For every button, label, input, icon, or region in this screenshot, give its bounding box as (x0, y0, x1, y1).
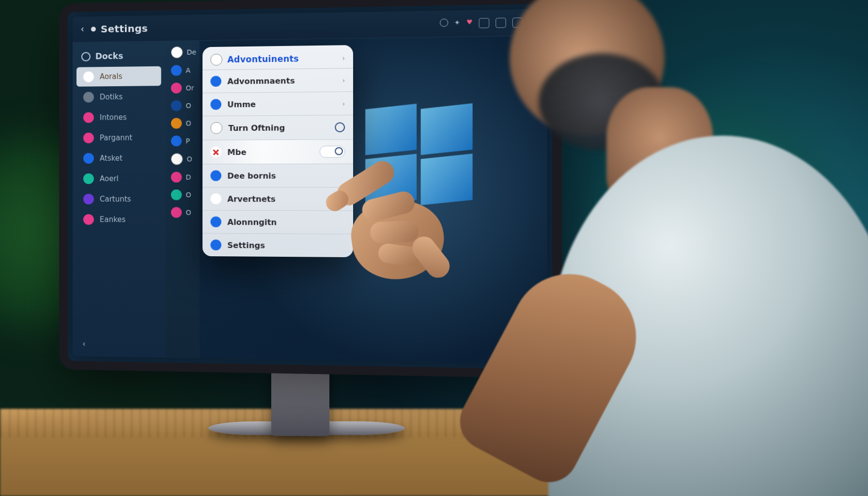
category-item-0[interactable]: De (165, 46, 202, 58)
row-icon (210, 193, 221, 204)
row-icon (210, 147, 221, 157)
category-icon (171, 65, 182, 76)
sidebar-item-label: Atsket (100, 154, 123, 163)
sidebar-item-5[interactable]: Aoerl (77, 169, 161, 188)
sidebar-item-6[interactable]: Cartunts (77, 189, 161, 209)
window-button-1[interactable] (479, 18, 490, 28)
pointing-hand (301, 140, 464, 295)
category-label: O (186, 191, 191, 199)
chevron-right-icon: › (342, 76, 345, 83)
sidebar-item-7[interactable]: Eankes (77, 210, 161, 230)
sidebar-item-2[interactable]: Intones (77, 108, 161, 127)
sidebar-item-icon (83, 153, 94, 164)
desk-surface (0, 409, 868, 496)
sidebar-item-0[interactable]: Aorals (77, 66, 161, 87)
window-title: Settings (101, 22, 148, 35)
category-item-8[interactable]: O (165, 189, 197, 200)
header-circle-icon (210, 54, 222, 66)
sidebar-item-icon (83, 194, 94, 204)
row-icon (210, 170, 221, 181)
row-label: Umme (227, 99, 256, 109)
category-icon (171, 207, 182, 217)
popover-row-0[interactable]: Advonmnaents› (202, 68, 353, 93)
row-label: Turn Oftning (228, 123, 285, 133)
row-label: Alonnngitn (227, 217, 277, 227)
category-label: Or (186, 84, 194, 92)
popover-row-2[interactable]: Turn Oftning (202, 115, 353, 140)
sidebar-header[interactable]: Docks (73, 46, 165, 66)
heart-icon[interactable]: ♥ (466, 18, 473, 29)
category-icon (171, 136, 182, 146)
popover-header[interactable]: Advontuinents › (202, 45, 353, 70)
category-icon (171, 189, 182, 200)
chevron-right-icon: › (342, 54, 345, 62)
sidebar-item-label: Cartunts (100, 195, 131, 203)
sidebar-item-label: Pargannt (100, 133, 132, 142)
window-button-3[interactable] (512, 17, 523, 28)
category-label: De (187, 48, 197, 56)
category-item-6[interactable]: O (165, 153, 198, 165)
sidebar-item-label: Dotiks (100, 93, 123, 101)
ambient-plant-right (597, 97, 839, 339)
sidebar-item-label: Aoerl (100, 174, 119, 183)
sidebar-item-3[interactable]: Pargannt (77, 128, 161, 148)
row-icon (210, 240, 221, 250)
category-icon (171, 172, 182, 183)
category-label: D (186, 173, 191, 181)
category-label: O (187, 155, 192, 163)
sidebar-item-label: Aorals (100, 72, 123, 81)
row-icon (210, 217, 221, 227)
row-icon (210, 99, 221, 110)
category-label: O (186, 119, 191, 127)
sidebar-back-chevron-icon[interactable]: ‹ (82, 338, 86, 348)
row-icon (210, 76, 221, 87)
sidebar-item-label: Eankes (100, 215, 126, 224)
category-item-7[interactable]: D (165, 172, 197, 183)
sidebar-item-label: Intones (100, 113, 127, 122)
sidebar-item-icon (83, 173, 94, 184)
row-label: Mbe (227, 147, 246, 156)
popover-title: Advontuinents (227, 54, 299, 64)
category-label: O (186, 209, 191, 217)
chevron-right-icon: › (342, 100, 345, 107)
window-button-2[interactable] (496, 18, 506, 28)
category-icon (171, 153, 183, 165)
sparkle-icon[interactable]: ✦ (454, 18, 461, 29)
category-label: O (186, 102, 191, 109)
sidebar-item-4[interactable]: Atsket (77, 148, 161, 168)
sidebar-header-label: Docks (95, 51, 123, 61)
category-item-2[interactable]: Or (165, 82, 200, 93)
row-label: Settings (227, 240, 265, 250)
category-label: P (186, 137, 190, 145)
category-icon (171, 83, 182, 93)
circle-icon (81, 52, 91, 61)
category-item-5[interactable]: P (165, 136, 196, 147)
search-icon[interactable] (440, 18, 448, 27)
sidebar-item-icon (83, 71, 94, 82)
category-icon (171, 118, 182, 128)
sidebar-item-1[interactable]: Dotiks (77, 87, 161, 107)
row-label: Advonmnaents (227, 76, 294, 86)
category-icon (171, 100, 182, 111)
sidebar-item-icon (83, 214, 94, 225)
category-item-3[interactable]: O (165, 100, 197, 111)
row-icon (210, 122, 222, 134)
radio-icon[interactable] (335, 122, 345, 132)
dot-icon (91, 27, 96, 31)
category-item-1[interactable]: A (165, 65, 197, 76)
trackpad (595, 433, 734, 443)
sidebar: Docks AoralsDotiksIntonesParganntAtsketA… (73, 41, 166, 357)
category-label: A (186, 66, 190, 74)
sidebar-item-icon (83, 112, 94, 123)
sidebar-item-icon (83, 133, 94, 143)
window-button-4[interactable] (529, 17, 540, 27)
category-item-9[interactable]: O (165, 207, 197, 217)
back-arrow-icon[interactable] (79, 26, 86, 32)
popover-row-1[interactable]: Umme› (202, 92, 353, 116)
row-label: Dee bornis (227, 171, 276, 180)
row-label: Arvertnets (227, 194, 275, 203)
category-item-4[interactable]: O (165, 118, 197, 129)
category-icon (171, 46, 183, 59)
titlebar: Settings ✦ ♥ (73, 9, 547, 42)
category-column: DeAOrOOPODOO (165, 40, 200, 358)
